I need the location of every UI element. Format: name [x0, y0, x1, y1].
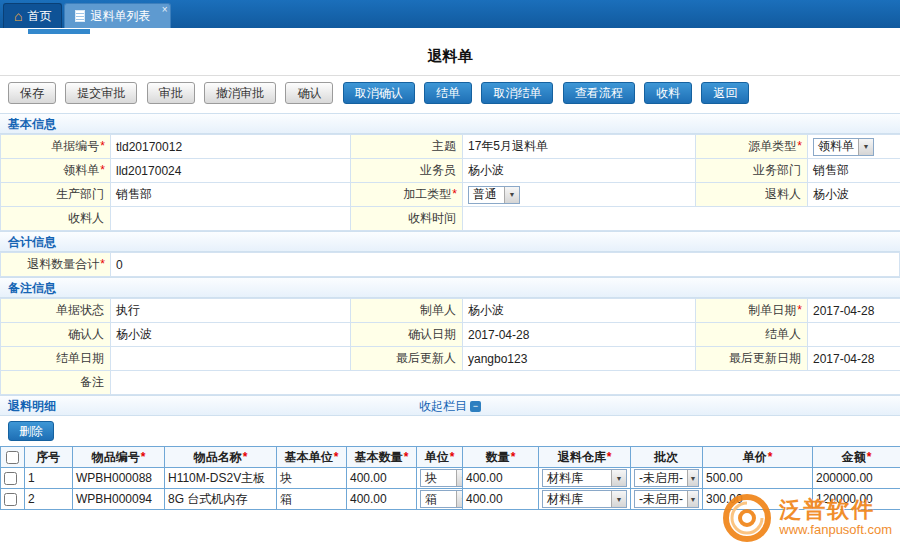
confirm-person-value: 杨小波: [111, 323, 351, 347]
dropdown-arrow-icon: ▼: [858, 139, 873, 155]
cancel-approval-button[interactable]: 撤消审批: [204, 82, 276, 104]
subject-label: 主题: [351, 135, 463, 159]
tab-indicator-strip: [0, 28, 900, 37]
unit-select[interactable]: 箱 ▼: [420, 490, 463, 508]
source-type-cell: 领料单 ▼: [808, 135, 900, 159]
form-row: 确认人 杨小波 确认日期 2017-04-28 结单人: [1, 323, 900, 347]
unit-select[interactable]: 块 ▼: [420, 469, 463, 487]
close-person-value: [808, 323, 900, 347]
item-name-cell[interactable]: H110M-DS2V主板: [165, 468, 277, 489]
section-remark-info-title: 备注信息: [8, 281, 56, 295]
tab-return-list[interactable]: 退料单列表 ×: [64, 3, 171, 28]
confirm-button[interactable]: 确认: [285, 82, 333, 104]
active-tab-indicator: [28, 29, 90, 34]
process-type-select[interactable]: 普通 ▼: [468, 186, 520, 204]
home-icon: ⌂: [14, 10, 22, 22]
dropdown-arrow-icon: ▼: [611, 491, 626, 507]
return-qty-total-label: 退料数量合计*: [1, 253, 111, 277]
subject-value[interactable]: 17年5月退料单: [463, 135, 696, 159]
top-tab-bar: ⌂ 首页 退料单列表 ×: [0, 0, 900, 28]
biz-dept-value[interactable]: 销售部: [808, 159, 900, 183]
source-type-select[interactable]: 领料单 ▼: [813, 138, 874, 156]
row-select-cell: [1, 468, 25, 489]
doc-no-value[interactable]: tld20170012: [111, 135, 351, 159]
col-item-code: 物品编号*: [73, 447, 165, 468]
item-name-cell[interactable]: 8G 台式机内存: [165, 489, 277, 510]
base-qty-cell[interactable]: 400.00: [347, 489, 417, 510]
close-order-button[interactable]: 结单: [424, 82, 472, 104]
tab-home[interactable]: ⌂ 首页: [3, 3, 62, 28]
save-button[interactable]: 保存: [8, 82, 56, 104]
batch-cell: -未启用- ▼: [631, 468, 703, 489]
total-info-table: 退料数量合计* 0: [0, 252, 900, 277]
section-remark-info: 备注信息: [0, 277, 900, 298]
qty-cell[interactable]: 400.00: [463, 468, 539, 489]
prod-dept-value[interactable]: 销售部: [111, 183, 351, 207]
app-window: ⌂ 首页 退料单列表 × 退料单 保存 提交审批 审批 撤消审批 确认 取消确认…: [0, 0, 900, 546]
last-update-date-label: 最后更新日期: [696, 347, 808, 371]
close-person-label: 结单人: [696, 323, 808, 347]
approve-button[interactable]: 审批: [147, 82, 195, 104]
doc-no-label: 单据编号*: [1, 135, 111, 159]
dropdown-arrow-icon: ▼: [456, 470, 463, 486]
receive-material-button[interactable]: 收料: [644, 82, 692, 104]
delete-row-button[interactable]: 删除: [8, 421, 54, 441]
col-warehouse: 退料仓库*: [539, 447, 631, 468]
submit-approval-button[interactable]: 提交审批: [65, 82, 137, 104]
form-row: 结单日期 最后更新人 yangbo123 最后更新日期 2017-04-28: [1, 347, 900, 371]
col-base-unit: 基本单位*: [277, 447, 347, 468]
col-amount: 金额*: [813, 447, 900, 468]
dropdown-arrow-icon: ▼: [687, 470, 698, 486]
confirm-date-value: 2017-04-28: [463, 323, 696, 347]
maker-value: 杨小波: [463, 299, 696, 323]
confirm-person-label: 确认人: [1, 323, 111, 347]
return-detail-table: 序号 物品编号* 物品名称* 基本单位* 基本数量* 单位* 数量* 退料仓库*…: [0, 446, 900, 510]
item-code-cell[interactable]: WPBH000094: [73, 489, 165, 510]
process-type-select-value: 普通: [473, 186, 497, 203]
section-return-detail-title: 退料明细: [8, 399, 56, 413]
receive-time-value[interactable]: [463, 207, 900, 231]
doc-status-label: 单据状态: [1, 299, 111, 323]
batch-select[interactable]: -未启用- ▼: [634, 490, 699, 508]
back-button[interactable]: 返回: [701, 82, 749, 104]
collapse-icon: −: [470, 401, 481, 412]
qty-cell[interactable]: 400.00: [463, 489, 539, 510]
cancel-confirm-button[interactable]: 取消确认: [343, 82, 415, 104]
price-cell[interactable]: 300.00: [703, 489, 813, 510]
row-checkbox[interactable]: [4, 493, 17, 506]
pick-no-value[interactable]: lld20170024: [111, 159, 351, 183]
process-type-cell: 普通 ▼: [463, 183, 696, 207]
cancel-close-button[interactable]: 取消结单: [481, 82, 553, 104]
return-person-value[interactable]: 杨小波: [808, 183, 900, 207]
warehouse-select[interactable]: 材料库 ▼: [542, 469, 627, 487]
watermark-url: www.fanpusoft.com: [779, 522, 892, 538]
row-checkbox[interactable]: [4, 472, 17, 485]
price-cell[interactable]: 500.00: [703, 468, 813, 489]
warehouse-select[interactable]: 材料库 ▼: [542, 490, 627, 508]
toolbar: 保存 提交审批 审批 撤消审批 确认 取消确认 结单 取消结单 查看流程 收料 …: [0, 75, 900, 113]
biz-dept-label: 业务部门: [696, 159, 808, 183]
receive-person-value[interactable]: [111, 207, 351, 231]
salesman-value[interactable]: 杨小波: [463, 159, 696, 183]
form-row: 领料单* lld20170024 业务员 杨小波 业务部门 销售部: [1, 159, 900, 183]
dropdown-arrow-icon: ▼: [611, 470, 626, 486]
select-all-cell: [1, 447, 25, 468]
col-item-name: 物品名称*: [165, 447, 277, 468]
base-qty-cell[interactable]: 400.00: [347, 468, 417, 489]
collapse-columns-link[interactable]: 收起栏目 −: [419, 396, 481, 416]
return-qty-total-value: 0: [111, 253, 900, 277]
note-value[interactable]: [111, 371, 900, 395]
receive-time-label: 收料时间: [351, 207, 463, 231]
close-icon[interactable]: ×: [162, 5, 168, 15]
select-all-checkbox[interactable]: [6, 451, 19, 464]
salesman-label: 业务员: [351, 159, 463, 183]
view-flow-button[interactable]: 查看流程: [563, 82, 635, 104]
batch-select[interactable]: -未启用- ▼: [634, 469, 699, 487]
item-code-cell[interactable]: WPBH000088: [73, 468, 165, 489]
warehouse-cell: 材料库 ▼: [539, 468, 631, 489]
source-type-select-value: 领料单: [818, 138, 854, 155]
amount-cell: 120000.00: [813, 489, 900, 510]
make-date-value: 2017-04-28: [808, 299, 900, 323]
seq-cell: 1: [25, 468, 73, 489]
col-batch: 批次: [631, 447, 703, 468]
